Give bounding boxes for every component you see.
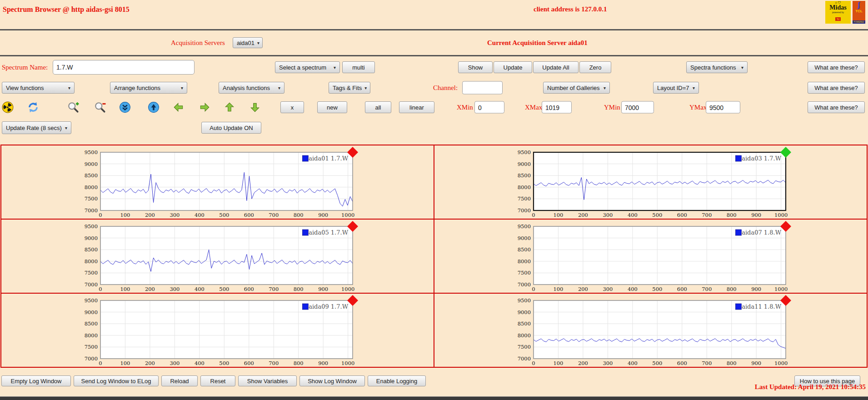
update-rate-select[interactable]: Update Rate (8 secs) ▾ xyxy=(2,121,71,134)
select-a-spectrum-select[interactable]: Select a spectrum ▾ xyxy=(275,61,340,73)
svg-text:1000: 1000 xyxy=(341,360,354,366)
spectrum-chart-aida05: 0100200300400500600700800900100070007500… xyxy=(77,221,359,292)
svg-text:300: 300 xyxy=(170,286,180,292)
arrow-down-icon[interactable] xyxy=(249,101,261,113)
svg-text:7000: 7000 xyxy=(517,355,530,362)
x-button[interactable]: x xyxy=(280,101,304,113)
svg-text:9000: 9000 xyxy=(84,160,97,167)
scroll-up-icon[interactable] xyxy=(148,101,160,113)
svg-text:700: 700 xyxy=(269,286,279,292)
chevron-down-icon: ▾ xyxy=(334,65,336,70)
svg-text:7500: 7500 xyxy=(84,195,97,202)
multi-button[interactable]: multi xyxy=(342,61,375,73)
svg-text:9000: 9000 xyxy=(84,309,97,315)
spectrum-panel-aida05[interactable]: 0100200300400500600700800900100070007500… xyxy=(1,220,434,294)
svg-text:500: 500 xyxy=(219,212,229,218)
update-all-button[interactable]: Update All xyxy=(533,61,579,73)
zoom-out-icon[interactable] xyxy=(94,101,106,113)
svg-text:0: 0 xyxy=(532,286,535,292)
spectrum-panel-aida01[interactable]: 0100200300400500600700800900100070007500… xyxy=(1,145,434,220)
legend-swatch xyxy=(735,155,741,161)
xmax-input[interactable] xyxy=(542,101,572,114)
svg-text:500: 500 xyxy=(652,286,662,292)
svg-text:9500: 9500 xyxy=(84,223,97,230)
show-log-window-button[interactable]: Show Log Window xyxy=(299,375,365,386)
spectrum-panel-aida11[interactable]: 0100200300400500600700800900100070007500… xyxy=(434,294,868,368)
arrow-left-icon[interactable] xyxy=(173,101,185,113)
tags-fits-label: Tags & Fits xyxy=(333,85,362,91)
midas-powered-text: powered by xyxy=(825,11,851,14)
spectrum-panel-aida09[interactable]: 0100200300400500600700800900100070007500… xyxy=(1,294,434,368)
svg-text:800: 800 xyxy=(726,360,736,366)
reload-button[interactable]: Reload xyxy=(161,375,198,386)
svg-text:9000: 9000 xyxy=(517,160,530,167)
ymax-label: YMax xyxy=(689,104,707,111)
svg-text:700: 700 xyxy=(702,360,712,366)
tcl-feather-icon: ʄ xyxy=(853,1,865,9)
enable-logging-button[interactable]: Enable Logging xyxy=(368,375,426,386)
radiation-icon[interactable] xyxy=(2,101,14,113)
what-are-these-button-3[interactable]: What are these? xyxy=(808,101,865,113)
svg-text:400: 400 xyxy=(194,212,204,218)
analysis-functions-select[interactable]: Analysis functions ▾ xyxy=(219,82,284,94)
zoom-in-icon[interactable] xyxy=(67,101,79,113)
midas-logo-text: Midas xyxy=(825,5,851,11)
acquisition-server-select[interactable]: aida01 ▾ xyxy=(233,37,263,48)
zero-button[interactable]: Zero xyxy=(579,61,611,73)
arrow-right-icon[interactable] xyxy=(199,101,210,113)
scroll-down-icon[interactable] xyxy=(119,101,131,113)
view-functions-select[interactable]: View functions ▾ xyxy=(2,82,75,94)
refresh-icon[interactable] xyxy=(27,101,39,113)
number-of-galleries-select[interactable]: Number of Galleries ▾ xyxy=(543,82,610,94)
svg-text:300: 300 xyxy=(603,286,613,292)
svg-text:200: 200 xyxy=(578,212,588,218)
midas-logo[interactable]: ⌂ 🛡 Midas powered by Tcl xyxy=(825,1,851,24)
page-title: Spectrum Browser @ http aidas-gsi 8015 xyxy=(3,5,130,14)
update-row: Update Rate (8 secs) ▾ Auto Update ON xyxy=(0,117,868,138)
arrange-functions-select[interactable]: Arrange functions ▾ xyxy=(110,82,187,94)
svg-text:1000: 1000 xyxy=(774,360,788,366)
chevron-down-icon: ▾ xyxy=(693,85,695,90)
what-are-these-button-1[interactable]: What are these? xyxy=(808,61,865,73)
spectrum-panel-aida07[interactable]: 0100200300400500600700800900100070007500… xyxy=(434,220,868,294)
spectrum-chart-aida07: 0100200300400500600700800900100070007500… xyxy=(510,221,792,292)
svg-text:200: 200 xyxy=(145,212,155,218)
spectrum-name-input[interactable] xyxy=(53,60,195,75)
tcl-powered-logo[interactable]: ʄ TCL POWERED xyxy=(853,1,865,24)
linear-button[interactable]: linear xyxy=(399,101,434,113)
empty-log-window-button[interactable]: Empty Log Window xyxy=(1,375,71,386)
layout-id-select[interactable]: Layout ID=7 ▾ xyxy=(653,82,699,94)
show-button[interactable]: Show xyxy=(458,61,493,73)
spectrum-chart-aida01: 0100200300400500600700800900100070007500… xyxy=(77,147,359,218)
svg-text:7500: 7500 xyxy=(84,344,97,350)
new-button[interactable]: new xyxy=(317,101,347,113)
svg-text:800: 800 xyxy=(726,286,736,292)
spectrum-row: Spectrum Name: Select a spectrum ▾ multi… xyxy=(0,56,868,78)
chevron-down-icon: ▾ xyxy=(278,85,280,90)
svg-text:500: 500 xyxy=(219,286,229,292)
reset-button[interactable]: Reset xyxy=(200,375,235,386)
svg-text:900: 900 xyxy=(318,286,328,292)
auto-update-button[interactable]: Auto Update ON xyxy=(201,122,261,134)
ymax-input[interactable] xyxy=(706,101,740,114)
send-log-to-elog-button[interactable]: Send Log Window to ELog xyxy=(74,375,159,386)
svg-text:8500: 8500 xyxy=(517,172,530,179)
tools-row: x new all linear XMin XMax YMin YMax Wha… xyxy=(0,97,868,117)
arrow-up-icon[interactable] xyxy=(224,101,235,113)
spectrum-panel-aida03[interactable]: 0100200300400500600700800900100070007500… xyxy=(434,145,868,220)
svg-text:500: 500 xyxy=(219,360,229,366)
svg-text:700: 700 xyxy=(269,212,279,218)
spectra-functions-select[interactable]: Spectra functions ▾ xyxy=(686,61,748,73)
legend-swatch xyxy=(735,230,741,235)
tags-fits-select[interactable]: Tags & Fits ▾ xyxy=(329,82,370,94)
all-button[interactable]: all xyxy=(365,101,391,113)
spectra-gallery: 0100200300400500600700800900100070007500… xyxy=(0,145,868,368)
update-button[interactable]: Update xyxy=(494,61,532,73)
spectra-functions-label: Spectra functions xyxy=(690,64,736,71)
xmin-input[interactable] xyxy=(474,101,504,114)
show-variables-button[interactable]: Show Variables xyxy=(238,375,297,386)
svg-text:300: 300 xyxy=(170,360,180,366)
channel-input[interactable] xyxy=(462,81,503,95)
ymin-input[interactable] xyxy=(621,101,654,114)
what-are-these-button-2[interactable]: What are these? xyxy=(808,82,865,94)
